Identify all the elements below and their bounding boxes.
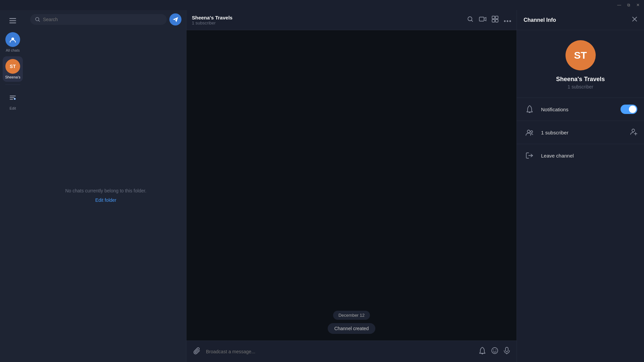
svg-point-29 xyxy=(527,130,530,133)
chat-input-bar xyxy=(186,341,517,362)
emoji-button[interactable] xyxy=(491,347,498,356)
search-wrapper[interactable] xyxy=(30,14,167,25)
more-button[interactable] xyxy=(504,16,511,24)
close-panel-button[interactable] xyxy=(632,16,637,23)
microphone-button[interactable] xyxy=(504,347,510,356)
layout-button[interactable] xyxy=(492,16,498,24)
svg-rect-15 xyxy=(492,16,495,19)
minimize-button[interactable]: — xyxy=(616,2,622,8)
svg-rect-1 xyxy=(9,20,16,21)
svg-rect-4 xyxy=(10,96,16,97)
search-input[interactable] xyxy=(43,17,162,22)
all-chats-icon xyxy=(5,32,20,47)
svg-rect-17 xyxy=(492,19,495,22)
chat-header-name: Sheena's Travels xyxy=(192,15,463,20)
svg-point-23 xyxy=(493,350,494,350)
edit-folder-link[interactable]: Edit folder xyxy=(95,197,116,203)
chat-messages: December 12 Channel created xyxy=(186,30,517,341)
info-panel-title: Channel Info xyxy=(524,17,556,23)
info-panel-header: Channel Info xyxy=(517,10,644,30)
sidebar-item-all-chats[interactable]: All chats xyxy=(3,29,23,55)
chat-header-sub: 1 subscriber xyxy=(192,20,463,25)
svg-rect-14 xyxy=(479,17,484,21)
edit-label: Edit xyxy=(10,106,16,110)
all-chats-label: All chats xyxy=(6,48,20,52)
subscribers-label: 1 subscriber xyxy=(541,130,625,135)
date-badge: December 12 xyxy=(333,311,370,320)
notification-bell-icon[interactable] xyxy=(479,347,486,356)
search-icon xyxy=(35,17,40,22)
video-button[interactable] xyxy=(479,16,486,24)
empty-folder-area: No chats currently belong to this folder… xyxy=(25,29,186,362)
close-window-button[interactable]: ✕ xyxy=(635,2,641,8)
svg-rect-5 xyxy=(10,97,14,98)
svg-point-19 xyxy=(504,20,506,22)
app-container: All chats ST Sheena's Edit xyxy=(0,10,644,362)
edit-icon-box xyxy=(5,90,20,105)
chat-area: Sheena's Travels 1 subscriber xyxy=(186,10,517,362)
svg-line-13 xyxy=(472,20,473,22)
svg-rect-2 xyxy=(9,22,16,23)
channel-created-badge: Channel created xyxy=(328,323,376,334)
chat-header-actions xyxy=(467,16,511,24)
svg-rect-25 xyxy=(505,347,508,352)
svg-rect-6 xyxy=(10,99,13,100)
sidebar-item-sheenas[interactable]: ST Sheena's xyxy=(3,56,23,82)
channel-avatar-initials: ST xyxy=(574,50,587,61)
menu-icon[interactable] xyxy=(5,13,20,28)
notifications-row: Notifications xyxy=(517,98,644,121)
notifications-toggle[interactable] xyxy=(621,105,637,114)
sidebar-item-edit[interactable]: Edit xyxy=(3,87,23,113)
telegram-logo[interactable] xyxy=(169,13,181,25)
svg-rect-0 xyxy=(9,18,16,19)
channel-name: Sheena's Travels xyxy=(556,76,605,83)
search-bar xyxy=(25,10,186,29)
sheenas-initials: ST xyxy=(10,64,16,69)
svg-point-22 xyxy=(492,348,498,354)
svg-point-24 xyxy=(495,350,496,350)
subscribers-row[interactable]: 1 subscriber xyxy=(517,121,644,144)
sheenas-avatar: ST xyxy=(5,59,20,74)
channel-info-panel: Channel Info ST Sheena's Travels 1 subsc… xyxy=(517,10,644,362)
subscribers-icon xyxy=(524,126,536,138)
chat-header: Sheena's Travels 1 subscriber xyxy=(186,10,517,30)
svg-rect-18 xyxy=(495,19,498,22)
input-actions xyxy=(479,347,510,356)
channel-avatar: ST xyxy=(566,40,596,70)
message-input[interactable] xyxy=(206,349,474,354)
attachment-button[interactable] xyxy=(193,347,201,356)
svg-point-20 xyxy=(507,20,508,22)
leave-channel-row[interactable]: Leave channel xyxy=(517,144,644,167)
channel-avatar-section: ST Sheena's Travels 1 subscriber xyxy=(517,30,644,98)
chat-header-info: Sheena's Travels 1 subscriber xyxy=(192,15,463,25)
search-button[interactable] xyxy=(467,16,474,24)
leave-channel-icon xyxy=(524,149,536,162)
channel-subscriber-count: 1 subscriber xyxy=(568,84,593,89)
bell-icon xyxy=(524,103,536,115)
sheenas-label: Sheena's xyxy=(5,75,20,79)
svg-line-11 xyxy=(39,20,40,22)
leave-channel-label: Leave channel xyxy=(541,153,574,159)
title-bar: — ⧉ ✕ xyxy=(0,0,644,10)
notifications-label: Notifications xyxy=(541,107,615,112)
empty-folder-text: No chats currently belong to this folder… xyxy=(65,188,146,193)
svg-point-30 xyxy=(531,131,533,133)
sidebar-divider xyxy=(5,84,20,85)
add-subscriber-button[interactable] xyxy=(630,128,637,137)
svg-point-21 xyxy=(509,20,511,22)
sidebar: All chats ST Sheena's Edit xyxy=(0,10,25,362)
chat-list-panel: No chats currently belong to this folder… xyxy=(25,10,186,362)
maximize-button[interactable]: ⧉ xyxy=(626,2,631,8)
svg-rect-16 xyxy=(495,16,498,19)
